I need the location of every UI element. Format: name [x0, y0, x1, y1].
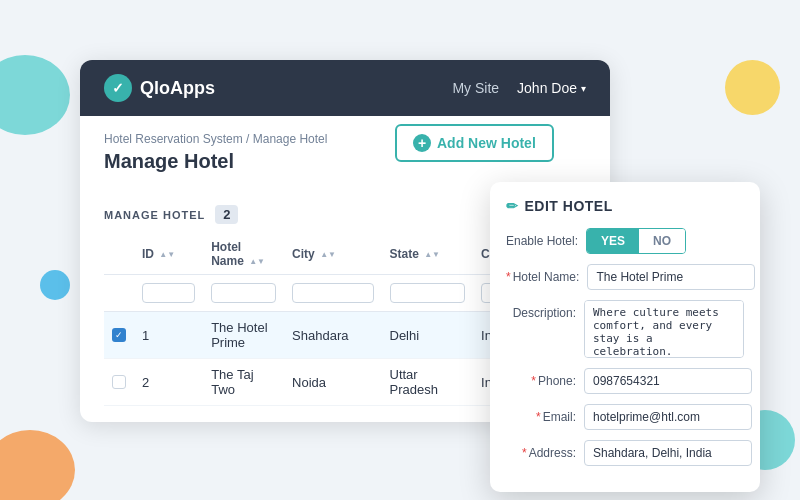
- checkbox-unchecked[interactable]: [112, 375, 126, 389]
- row-state: Uttar Pradesh: [382, 359, 474, 406]
- manage-hotel-label: MANAGE HOTEL: [104, 209, 205, 221]
- filter-state-cell[interactable]: [382, 275, 474, 312]
- blob-teal-topleft: [0, 55, 70, 135]
- description-row: Description: Where culture meets comfort…: [506, 300, 744, 358]
- required-star-phone: *: [531, 374, 536, 388]
- add-btn-row: + Add New Hotel: [395, 124, 554, 162]
- brand-name: QloApps: [140, 78, 215, 99]
- hotel-count-badge: 2: [215, 205, 238, 224]
- row-id: 1: [134, 312, 203, 359]
- sort-arrows-name[interactable]: ▲▼: [249, 258, 265, 266]
- checkbox-checked[interactable]: ✓: [112, 328, 126, 342]
- toggle-yes-button[interactable]: YES: [587, 229, 639, 253]
- th-state[interactable]: State ▲▼: [382, 234, 474, 275]
- description-label: Description:: [506, 300, 576, 320]
- email-row: *Email:: [506, 404, 744, 430]
- address-label: *Address:: [506, 440, 576, 460]
- chevron-down-icon: ▾: [581, 83, 586, 94]
- blob-blue-left: [40, 270, 70, 300]
- filter-checkbox-cell: [104, 275, 134, 312]
- filter-id-input[interactable]: [142, 283, 195, 303]
- address-row: *Address:: [506, 440, 744, 466]
- toggle-no-button[interactable]: NO: [639, 229, 685, 253]
- phone-label: *Phone:: [506, 368, 576, 388]
- description-textarea[interactable]: Where culture meets comfort, and every s…: [584, 300, 744, 358]
- blob-orange-bottomleft: [0, 430, 75, 500]
- row-city: Noida: [284, 359, 381, 406]
- row-city: Shahdara: [284, 312, 381, 359]
- hotel-name-input[interactable]: [587, 264, 755, 290]
- plus-circle-icon: +: [413, 134, 431, 152]
- required-star-address: *: [522, 446, 527, 460]
- sort-arrows-id[interactable]: ▲▼: [159, 251, 175, 259]
- edit-panel-title: ✏ EDIT HOTEL: [506, 198, 744, 214]
- hotel-name-row: *Hotel Name:: [506, 264, 744, 290]
- filter-name-cell[interactable]: [203, 275, 284, 312]
- th-hotel-name[interactable]: Hotel Name ▲▼: [203, 234, 284, 275]
- nav-right: My Site John Doe ▾: [452, 80, 586, 96]
- add-new-hotel-button[interactable]: + Add New Hotel: [395, 124, 554, 162]
- th-checkbox: [104, 234, 134, 275]
- th-city[interactable]: City ▲▼: [284, 234, 381, 275]
- row-id: 2: [134, 359, 203, 406]
- user-name: John Doe: [517, 80, 577, 96]
- enable-hotel-row: Enable Hotel: YES NO: [506, 228, 744, 254]
- row-checkbox-cell[interactable]: ✓: [104, 312, 134, 359]
- row-hotel-name: The Hotel Prime: [203, 312, 284, 359]
- edit-panel-title-text: EDIT HOTEL: [525, 198, 613, 214]
- row-checkbox-cell[interactable]: [104, 359, 134, 406]
- phone-input[interactable]: [584, 368, 752, 394]
- filter-id-cell[interactable]: [134, 275, 203, 312]
- filter-city-cell[interactable]: [284, 275, 381, 312]
- row-hotel-name: The Taj Two: [203, 359, 284, 406]
- enable-hotel-label: Enable Hotel:: [506, 228, 578, 248]
- hotel-name-label: *Hotel Name:: [506, 264, 579, 284]
- blob-yellow-topright: [725, 60, 780, 115]
- edit-hotel-panel: ✏ EDIT HOTEL Enable Hotel: YES NO *Hotel…: [490, 182, 760, 492]
- filter-city-input[interactable]: [292, 283, 373, 303]
- th-id[interactable]: ID ▲▼: [134, 234, 203, 275]
- filter-name-input[interactable]: [211, 283, 276, 303]
- enable-hotel-toggle[interactable]: YES NO: [586, 228, 686, 254]
- pencil-icon: ✏: [506, 198, 519, 214]
- navbar: ✓ QloApps My Site John Doe ▾: [80, 60, 610, 116]
- email-input[interactable]: [584, 404, 752, 430]
- user-menu[interactable]: John Doe ▾: [517, 80, 586, 96]
- filter-state-input[interactable]: [390, 283, 466, 303]
- row-state: Delhi: [382, 312, 474, 359]
- sort-arrows-state[interactable]: ▲▼: [424, 251, 440, 259]
- sort-arrows-city[interactable]: ▲▼: [320, 251, 336, 259]
- brand-icon: ✓: [104, 74, 132, 102]
- address-input[interactable]: [584, 440, 752, 466]
- add-btn-label: Add New Hotel: [437, 135, 536, 151]
- required-star-email: *: [536, 410, 541, 424]
- required-star: *: [506, 270, 511, 284]
- nav-mysite-link[interactable]: My Site: [452, 80, 499, 96]
- email-label: *Email:: [506, 404, 576, 424]
- brand: ✓ QloApps: [104, 74, 215, 102]
- phone-row: *Phone:: [506, 368, 744, 394]
